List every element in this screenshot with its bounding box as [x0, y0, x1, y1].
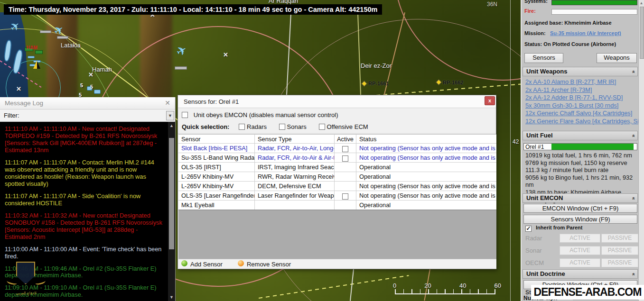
emcon-window-button[interactable]: EMCON Window (Ctrl + F9) — [523, 204, 637, 213]
col-status[interactable]: Status — [356, 135, 496, 143]
systems-label: Systems: — [524, 0, 548, 4]
contact-x-mark[interactable]: ✕ — [223, 51, 228, 58]
sensor-active-cell — [335, 172, 356, 181]
inherit-checkbox[interactable]: ✓ — [525, 226, 532, 232]
sensor-status-cell: Not operating (Sensor has only active mo… — [356, 144, 496, 153]
airbase-icon[interactable] — [175, 66, 187, 70]
map-label-latakia: Latakia — [61, 42, 81, 49]
quick-option: Radars — [239, 123, 267, 130]
add-icon — [181, 260, 187, 266]
weapon-link[interactable]: 2x AA-12 Adder B [R-77-1, RVV-SD] — [525, 94, 638, 102]
sensor-row[interactable]: Slot Back [Irbis-E PESA] Radar, FCR, Air… — [178, 144, 496, 153]
sensor-status-cell: Not operating (Sensor has only active mo… — [356, 153, 496, 162]
remove-sensor-button[interactable]: Remove Sensor — [235, 260, 291, 268]
emcon-passive-button[interactable]: PASSIVE — [601, 246, 638, 255]
waypoint-label: RP-1662 — [443, 80, 463, 85]
sensor-active-cell — [335, 182, 356, 191]
sensor-active-checkbox[interactable] — [342, 146, 348, 152]
message-log-title: Message Log — [5, 100, 43, 107]
airbase-icon[interactable] — [57, 36, 68, 39]
airbase-icon[interactable] — [40, 30, 51, 33]
sensor-type-cell: RWR, Radar Warning Receiver — [255, 172, 335, 181]
filter-label: Filter: — [4, 112, 19, 119]
mission-link[interactable]: Su-35 mission (Air Intercept) — [550, 30, 621, 36]
quick-selection-row: Quick selection: Radars Sonars Offensive… — [182, 123, 393, 130]
fuel-line: 9769 kg mission fuel, 1150 kg reserve — [525, 159, 638, 167]
scroll-down-icon[interactable]: ▼ — [168, 293, 175, 301]
col-active[interactable]: Active — [335, 135, 356, 143]
sensor-name-cell: Slot Back [Irbis-E PESA] — [178, 144, 255, 153]
emcon-mode-row: OECM ACTIVE PASSIVE — [522, 258, 639, 267]
map-label-ar-raqqah: Ar Raqqah — [269, 0, 298, 4]
sensors-button[interactable]: Sensors — [524, 53, 563, 63]
fuel-gauge: Orel #1 — [523, 143, 637, 150]
unit-fuel-header[interactable]: Unit Fuel » — [523, 131, 638, 140]
close-button[interactable]: x — [485, 96, 495, 105]
collapse-chevron-icon[interactable]: » — [628, 197, 637, 200]
time-status-bar: Time: Thursday, November 23, 2017 - Zulu… — [4, 4, 382, 15]
sensor-status-cell: Not operating (Sensor has only active mo… — [356, 191, 496, 200]
sensor-active-checkbox[interactable] — [342, 193, 348, 200]
scroll-up-icon[interactable]: ▲ — [639, 1, 644, 5]
sensor-row[interactable]: Mk1 Eyeball Operational — [178, 201, 496, 210]
unit-count-label: 5 — [90, 84, 93, 90]
sensor-row[interactable]: L-265V Khibiny-MV DECM, Defensive ECM No… — [178, 182, 496, 191]
sensor-name-cell: L-265V Khibiny-MV — [178, 172, 255, 181]
emcon-checkbox[interactable] — [182, 112, 188, 118]
filter-dropdown-button[interactable]: ▼ — [166, 111, 174, 120]
weapon-link[interactable]: 5x 30mm Gsh-30-1 Burst [30 rnds] — [525, 102, 638, 110]
collapse-chevron-icon[interactable]: » — [628, 135, 637, 137]
weapon-link[interactable]: 12x Generic Chaff Salvo [4x Cartridges] — [525, 109, 638, 118]
col-sensor[interactable]: Sensor — [178, 135, 255, 143]
weapon-link[interactable]: 2x AA-10 Alamo B [R-27T, MR IR] — [525, 78, 638, 86]
quick-option: Sonars — [279, 123, 307, 130]
emcon-active-button[interactable]: ACTIVE — [560, 234, 600, 243]
sensors-window-button[interactable]: Sensors Window (F9) — [523, 215, 637, 224]
facility-icon[interactable] — [35, 50, 43, 54]
quick-option-checkbox[interactable] — [319, 124, 325, 130]
add-sensor-button[interactable]: Add Sensor — [178, 260, 223, 268]
sensor-row[interactable]: OLS-35 [IRST] IRST, Imaging Infrared Sea… — [178, 163, 496, 172]
emcon-passive-button[interactable]: PASSIVE — [601, 234, 638, 243]
emcon-active-button[interactable]: ACTIVE — [560, 246, 600, 255]
unit-doctrine-header[interactable]: Unit Doctrine » — [523, 269, 638, 279]
unit-emcon-header[interactable]: Unit EMCON » — [523, 193, 638, 203]
emcon-passive-button[interactable]: PASSIVE — [601, 258, 638, 267]
quick-selection-label: Quick selection: — [182, 123, 229, 130]
fire-status-bar — [551, 9, 637, 15]
ground-unit-icon[interactable] — [94, 90, 101, 94]
dialog-titlebar[interactable]: Sensors for: Orel #1 x — [178, 95, 496, 108]
sensor-status-cell: Operational — [356, 172, 496, 181]
quick-option-checkbox[interactable] — [239, 124, 245, 130]
fuel-gauge-fill — [551, 144, 634, 150]
emcon-active-button[interactable]: ACTIVE — [560, 258, 600, 267]
fuel-line: 10919 kg total fuel, 1 hrs 6 min, 762 nm — [525, 152, 638, 159]
scrollbar-thumb[interactable] — [640, 7, 644, 59]
sensor-row[interactable]: L-265V Khibiny-MV RWR, Radar Warning Rec… — [178, 172, 496, 182]
ship-icon[interactable] — [28, 56, 35, 58]
meridian-white-east — [510, 0, 511, 301]
weapon-link[interactable]: 12x Generic Flare Salvo [4x Cartridges, … — [525, 118, 638, 126]
sensor-active-checkbox[interactable] — [342, 155, 348, 162]
collapse-chevron-icon[interactable]: » — [628, 71, 637, 73]
quick-option-checkbox[interactable] — [279, 124, 285, 130]
map-scale-ruler — [395, 289, 495, 294]
col-type[interactable]: Sensor Type — [255, 135, 335, 143]
status-line: Status: On Plotted Course (Airborne) — [524, 41, 616, 47]
weapons-button[interactable]: Weapons — [597, 53, 637, 63]
dialog-title: Sensors for: Orel #1 — [184, 98, 239, 105]
panel-scrollbar[interactable]: ▲ ▼ — [638, 0, 644, 301]
sensor-row[interactable]: OLS-35 [Laser Rangefinder] Laser Rangefi… — [178, 191, 496, 201]
contact-x-mark[interactable]: ✕ — [16, 85, 21, 92]
sensor-row[interactable]: Su-35S L-Band Wing Radar Radar, FCR, Air… — [178, 153, 496, 163]
weapon-link[interactable]: 2x AA-11 Archer [R-73M] — [525, 86, 638, 94]
close-icon[interactable]: ✕ — [165, 99, 170, 107]
message-log-scrollbar[interactable]: ▲ ▼ — [168, 122, 175, 301]
collapse-chevron-icon[interactable]: » — [628, 273, 637, 275]
quick-option: Offensive ECM — [319, 123, 368, 130]
map-scale-numbers: 0204060 — [393, 282, 501, 289]
scroll-up-icon[interactable]: ▲ — [168, 122, 175, 129]
scrollbar-thumb[interactable] — [169, 138, 174, 249]
unit-weapons-header[interactable]: Unit Weapons » — [523, 67, 638, 76]
emcon-mode-row: Radar ACTIVE PASSIVE — [522, 234, 639, 243]
